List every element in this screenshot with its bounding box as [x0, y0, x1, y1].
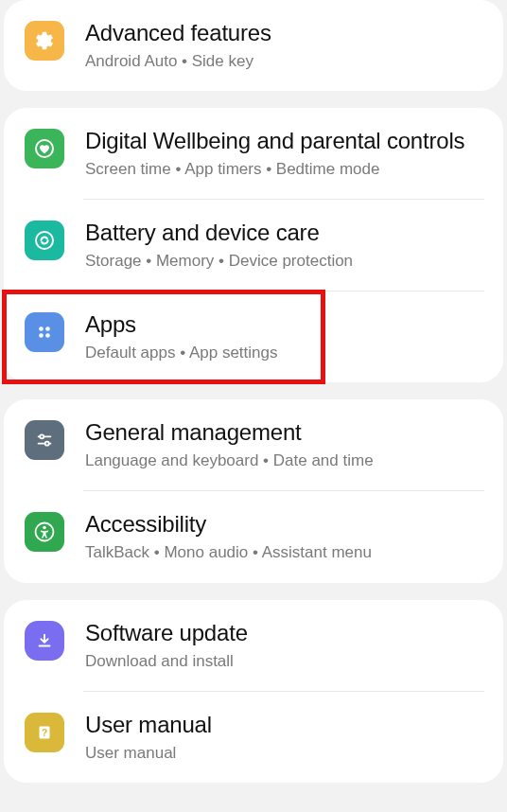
settings-item-text: Battery and device care Storage • Memory…	[85, 219, 484, 272]
settings-item-battery-device-care[interactable]: Battery and device care Storage • Memory…	[4, 200, 503, 291]
settings-item-user-manual[interactable]: ? User manual User manual	[4, 692, 503, 783]
settings-item-text: User manual User manual	[85, 711, 484, 764]
svg-point-1	[36, 232, 53, 249]
apps-grid-icon	[25, 312, 64, 352]
download-update-icon	[25, 621, 64, 661]
settings-item-text: Accessibility TalkBack • Mono audio • As…	[85, 510, 484, 563]
settings-group: Advanced features Android Auto • Side ke…	[4, 0, 503, 91]
svg-point-5	[45, 333, 50, 338]
svg-point-3	[45, 327, 50, 331]
accessibility-person-icon	[25, 512, 64, 552]
settings-item-title: Apps	[85, 310, 305, 339]
settings-item-title: Battery and device care	[85, 219, 484, 247]
settings-item-subtitle: User manual	[85, 743, 484, 764]
settings-item-apps[interactable]: Apps Default apps • App settings	[4, 291, 323, 382]
settings-item-title: Advanced features	[85, 19, 484, 47]
settings-item-subtitle: Screen time • App timers • Bedtime mode	[85, 159, 484, 180]
refresh-circle-icon	[25, 221, 64, 260]
settings-item-subtitle: Download and install	[85, 651, 484, 672]
gear-plus-icon	[25, 21, 64, 61]
settings-item-general-management[interactable]: General management Language and keyboard…	[4, 399, 503, 490]
heart-circle-icon	[25, 129, 64, 168]
settings-group: Software update Download and install ? U…	[4, 600, 503, 783]
sliders-icon	[25, 420, 64, 460]
settings-item-subtitle: Language and keyboard • Date and time	[85, 450, 484, 471]
settings-item-software-update[interactable]: Software update Download and install	[4, 600, 503, 691]
svg-point-11	[43, 526, 46, 530]
settings-item-digital-wellbeing[interactable]: Digital Wellbeing and parental controls …	[4, 108, 503, 199]
settings-item-advanced-features[interactable]: Advanced features Android Auto • Side ke…	[4, 0, 503, 91]
settings-item-subtitle: Default apps • App settings	[85, 343, 305, 363]
settings-item-title: User manual	[85, 711, 484, 739]
svg-text:?: ?	[42, 727, 47, 737]
settings-group: General management Language and keyboard…	[4, 399, 503, 582]
settings-item-title: Software update	[85, 619, 484, 647]
settings-item-title: General management	[85, 418, 484, 447]
svg-point-2	[39, 327, 44, 331]
settings-item-text: Software update Download and install	[85, 619, 484, 672]
svg-point-7	[40, 435, 44, 439]
book-question-icon: ?	[25, 713, 64, 752]
svg-point-9	[45, 442, 49, 446]
svg-point-4	[39, 333, 44, 338]
settings-item-subtitle: Android Auto • Side key	[85, 51, 484, 72]
settings-item-subtitle: TalkBack • Mono audio • Assistant menu	[85, 542, 484, 563]
settings-item-text: Digital Wellbeing and parental controls …	[85, 127, 484, 180]
settings-item-title: Digital Wellbeing and parental controls	[85, 127, 484, 155]
settings-item-text: General management Language and keyboard…	[85, 418, 484, 471]
settings-item-accessibility[interactable]: Accessibility TalkBack • Mono audio • As…	[4, 491, 503, 582]
settings-group: Digital Wellbeing and parental controls …	[4, 108, 503, 382]
settings-item-subtitle: Storage • Memory • Device protection	[85, 251, 484, 272]
settings-item-text: Advanced features Android Auto • Side ke…	[85, 19, 484, 72]
settings-item-text: Apps Default apps • App settings	[85, 310, 305, 363]
settings-item-title: Accessibility	[85, 510, 484, 538]
